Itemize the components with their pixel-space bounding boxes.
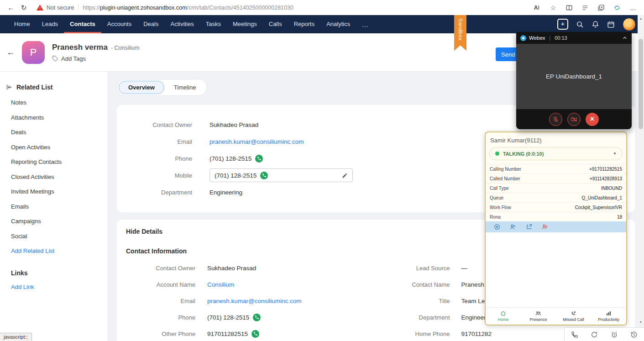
- department-value: Engineering: [209, 189, 242, 196]
- alarm-clock-icon[interactable]: [611, 331, 618, 338]
- end-call-remove-icon[interactable]: [542, 224, 548, 230]
- panel-tab-productivity[interactable]: Productivity: [591, 308, 626, 325]
- call-detail-value: +917011282515: [589, 167, 622, 172]
- missed-call-icon: [571, 310, 576, 316]
- contact-company: - Consilium: [111, 45, 140, 51]
- panel-tab-missed-call[interactable]: Missed Call: [556, 308, 591, 325]
- user-avatar[interactable]: [623, 18, 636, 31]
- dropdown-caret-icon[interactable]: ▼: [613, 152, 617, 156]
- nav-item-calls[interactable]: Calls: [263, 15, 288, 33]
- collections-icon[interactable]: [595, 2, 607, 14]
- email-link[interactable]: pranesh.kumar@consiliuminc.com: [209, 138, 304, 145]
- tab-overview[interactable]: Overview: [119, 81, 164, 94]
- favorite-star-icon[interactable]: ☆: [547, 2, 560, 14]
- contact-avatar[interactable]: P: [22, 41, 45, 64]
- call-detail-label: Work Flow: [490, 205, 511, 210]
- nav-item-reports[interactable]: Reports: [288, 15, 321, 33]
- edit-pencil-icon[interactable]: [342, 173, 348, 178]
- account-name-link[interactable]: Consilium: [207, 281, 234, 288]
- webex-call-widget: Webex | 00:13 EP UniDashboard_1 ×: [516, 32, 632, 129]
- browser-essentials-icon[interactable]: [611, 2, 623, 14]
- scroll-thumb[interactable]: [639, 39, 643, 129]
- add-participant-icon[interactable]: [510, 224, 516, 230]
- field-label: Department: [117, 189, 192, 196]
- end-call-icon[interactable]: ×: [586, 113, 599, 126]
- hold-call-icon[interactable]: [494, 224, 500, 230]
- quick-create-icon[interactable]: +: [557, 19, 568, 30]
- sidebar-item-campaigns[interactable]: Campaigns: [11, 214, 108, 229]
- panel-tab-label: Home: [497, 317, 508, 322]
- address-bar[interactable]: ! Not secure https://plugin-uniagent.zoh…: [37, 4, 531, 11]
- url-domain: plugin-uniagent.zohosandbox.com: [100, 5, 187, 11]
- scroll-up-icon[interactable]: ▲: [638, 15, 644, 21]
- favorites-hub-icon[interactable]: [579, 2, 592, 14]
- sidebar-item-reporting-contacts[interactable]: Reporting Contacts: [11, 155, 108, 170]
- webex-logo-icon: [520, 35, 526, 41]
- call-detail-label: Calling Number: [490, 167, 521, 172]
- nav-item-deals[interactable]: Deals: [137, 15, 164, 33]
- field-label: Department: [376, 314, 450, 321]
- detail-row: Phone (701) 128-2515: [117, 310, 376, 324]
- nav-item-analytics[interactable]: Analytics: [320, 15, 356, 33]
- sidebar-item-notes[interactable]: Notes: [11, 95, 108, 110]
- mobile-edit-field[interactable]: (701) 128-2515: [209, 168, 353, 182]
- nav-item-accounts[interactable]: Accounts: [101, 15, 137, 33]
- tab-timeline[interactable]: Timeline: [164, 81, 206, 94]
- panel-tab-presence[interactable]: Presence: [521, 308, 556, 325]
- click-to-call-icon[interactable]: [260, 172, 268, 179]
- detail-row: Contact Owner Sukhadeo Prasad: [117, 261, 376, 275]
- sidebar-item-attachments[interactable]: Attachments: [11, 110, 108, 126]
- click-to-call-icon[interactable]: [251, 330, 259, 338]
- search-icon[interactable]: [576, 21, 584, 28]
- add-tags-button[interactable]: Add Tags: [52, 55, 139, 62]
- sidebar-item-closed-activities[interactable]: Closed Activities: [11, 170, 108, 185]
- call-status-dropdown[interactable]: TALKING (0:0:10) ▼: [489, 147, 623, 160]
- collapse-chevron-icon[interactable]: [622, 35, 628, 41]
- sidebar-collapse-button[interactable]: Related List: [5, 84, 108, 91]
- phone-icon[interactable]: [571, 331, 578, 338]
- back-arrow-icon[interactable]: ←: [6, 47, 22, 58]
- nav-item-activities[interactable]: Activities: [164, 15, 199, 33]
- nav-item-contacts[interactable]: Contacts: [64, 15, 101, 33]
- field-label: Phone: [117, 314, 195, 321]
- video-off-icon[interactable]: [567, 113, 581, 126]
- sidebar-item-emails[interactable]: Emails: [11, 199, 108, 215]
- transfer-call-icon[interactable]: [526, 224, 532, 230]
- email-link[interactable]: pranesh.kumar@consiliuminc.com: [207, 298, 302, 304]
- refresh-call-icon[interactable]: [591, 331, 598, 338]
- field-label: Phone: [117, 155, 192, 162]
- panel-tab-label: Productivity: [598, 317, 619, 322]
- call-history-icon[interactable]: [630, 331, 638, 338]
- calendar-icon[interactable]: [607, 21, 615, 28]
- click-to-call-icon[interactable]: [255, 155, 263, 163]
- notifications-bell-icon[interactable]: [592, 21, 599, 28]
- detail-row: Account Name Consilium: [117, 278, 376, 291]
- add-link-link[interactable]: Add Link: [11, 280, 108, 295]
- mute-microphone-icon[interactable]: [549, 113, 562, 126]
- read-aloud-icon[interactable]: A: [531, 2, 544, 14]
- browser-back-icon[interactable]: ←: [5, 2, 17, 14]
- add-related-list-link[interactable]: Add Related List: [11, 244, 108, 259]
- telephony-toolbar: [564, 327, 644, 341]
- click-to-call-icon[interactable]: [253, 314, 261, 321]
- sidebar-item-open-activities[interactable]: Open Activities: [11, 140, 108, 155]
- add-tags-label: Add Tags: [61, 55, 86, 62]
- agent-name: Samir Kumar(9112): [486, 132, 626, 147]
- call-detail-row: Queue Q_UniDashboard_1: [486, 193, 626, 202]
- nav-item-meetings[interactable]: Meetings: [227, 15, 263, 33]
- nav-item-tasks[interactable]: Tasks: [200, 15, 227, 33]
- sidebar-item-invited-meetings[interactable]: Invited Meetings: [11, 184, 108, 199]
- screen: ← ↻ ! Not secure https://plugin-uniagent…: [0, 0, 644, 341]
- field-value: 917011282515: [207, 331, 248, 337]
- sidebar-item-deals[interactable]: Deals: [11, 125, 108, 140]
- split-screen-icon[interactable]: [563, 2, 576, 14]
- nav-item-leads[interactable]: Leads: [36, 15, 64, 33]
- scroll-down-icon[interactable]: ▼: [638, 319, 644, 325]
- nav-item-home[interactable]: Home: [8, 15, 36, 33]
- browser-refresh-icon[interactable]: ↻: [17, 2, 30, 14]
- browser-menu-icon[interactable]: …: [627, 2, 639, 14]
- page-scrollbar[interactable]: ▲ ▼: [638, 15, 644, 325]
- sidebar-item-social[interactable]: Social: [11, 229, 108, 244]
- nav-more-icon[interactable]: …: [356, 21, 374, 28]
- panel-tab-home[interactable]: Home: [486, 308, 521, 325]
